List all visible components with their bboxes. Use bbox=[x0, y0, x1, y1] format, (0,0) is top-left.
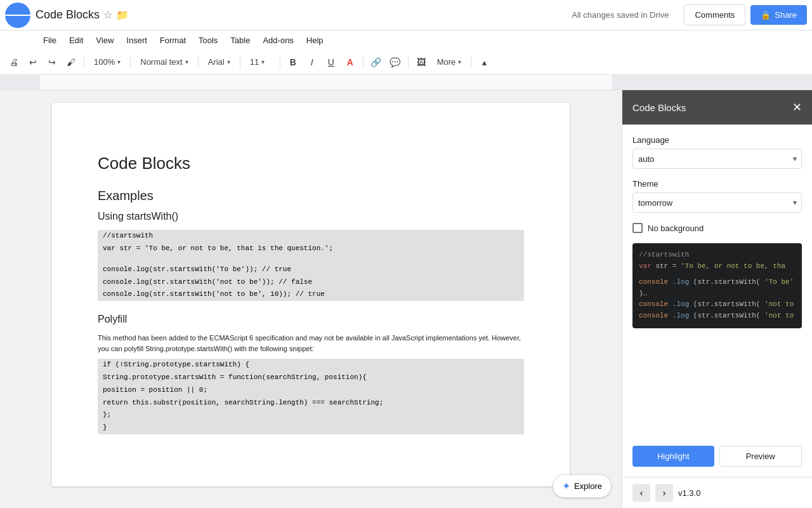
separator-5 bbox=[280, 56, 280, 69]
preview-equals: = bbox=[672, 262, 681, 270]
share-button[interactable]: 🔒 Share bbox=[750, 5, 807, 25]
more-label: More bbox=[437, 57, 456, 67]
doc-title-text: Code Blocks bbox=[36, 8, 100, 22]
preview-arg-3: 'not to bbox=[764, 312, 794, 319]
code-line-b5: }; bbox=[98, 409, 524, 422]
link-button[interactable]: 🔗 bbox=[367, 53, 385, 71]
separator-6 bbox=[363, 56, 363, 69]
preview-call-3: (str.startsWith( bbox=[693, 312, 761, 319]
lock-icon: 🔒 bbox=[761, 10, 771, 20]
no-background-checkbox[interactable] bbox=[632, 223, 643, 233]
comments-button[interactable]: Comments bbox=[684, 4, 745, 25]
preview-line-5: console .log (str.startsWith( 'not to bbox=[639, 299, 796, 311]
font-color-button[interactable]: A bbox=[341, 53, 359, 71]
menu-addons[interactable]: Add-ons bbox=[258, 33, 298, 48]
sidebar-body: Language auto javascript python java css… bbox=[622, 125, 812, 446]
top-bar: Code Blocks ☆ 📁 All changes saved in Dri… bbox=[0, 0, 812, 30]
separator-4 bbox=[240, 56, 240, 69]
code-preview: //startswith var str = 'To be, or not to… bbox=[632, 243, 802, 328]
underline-button[interactable]: U bbox=[322, 53, 340, 71]
code-line-b3: position = position || 0; bbox=[98, 384, 524, 397]
sidebar: Code Blocks ✕ Language auto javascript p… bbox=[622, 90, 812, 508]
nav-next-button[interactable]: › bbox=[655, 484, 673, 502]
highlight-button[interactable]: Highlight bbox=[632, 446, 714, 467]
preview-log-3: .log bbox=[672, 312, 689, 319]
preview-line-6: console .log (str.startsWith( 'not to bbox=[639, 311, 796, 322]
bold-button[interactable]: B bbox=[284, 53, 302, 71]
separator-3 bbox=[198, 56, 199, 69]
document-area: Code Blocks Examples Using startsWith() … bbox=[0, 90, 622, 508]
sidebar-close-button[interactable]: ✕ bbox=[792, 100, 802, 114]
folder-icon[interactable]: 📁 bbox=[116, 9, 129, 21]
image-button[interactable]: 🖼 bbox=[412, 53, 430, 71]
preview-string-1: 'To be, or not to be, tha bbox=[681, 262, 785, 270]
menu-tools[interactable]: Tools bbox=[193, 33, 223, 48]
font-select[interactable]: Arial ▾ bbox=[202, 53, 236, 71]
preview-var-name: str bbox=[655, 262, 668, 270]
menu-view[interactable]: View bbox=[91, 33, 119, 48]
toolbar: 🖨 ↩ ↪ 🖌 100% ▾ Normal text ▾ Arial ▾ 11 … bbox=[0, 50, 812, 75]
sidebar-actions: Highlight Preview bbox=[622, 446, 812, 477]
preview-arg-1: 'To be' bbox=[764, 278, 794, 286]
theme-select[interactable]: tomorrow default monokai github solarize… bbox=[632, 192, 802, 213]
theme-select-wrapper: tomorrow default monokai github solarize… bbox=[632, 192, 802, 213]
more-arrow: ▾ bbox=[458, 58, 461, 65]
collapse-toolbar-button[interactable]: ▴ bbox=[475, 53, 493, 71]
more-select[interactable]: More ▾ bbox=[431, 53, 468, 71]
style-value: Normal text bbox=[140, 57, 182, 67]
menu-file[interactable]: File bbox=[38, 33, 62, 48]
redo-button[interactable]: ↪ bbox=[43, 53, 61, 71]
undo-button[interactable]: ↩ bbox=[24, 53, 42, 71]
size-arrow: ▾ bbox=[261, 58, 265, 65]
hamburger-menu[interactable] bbox=[5, 3, 30, 28]
preview-keyword: var bbox=[639, 262, 652, 270]
font-value: Arial bbox=[208, 57, 225, 67]
menu-insert[interactable]: Insert bbox=[121, 33, 152, 48]
separator-1 bbox=[84, 56, 84, 69]
style-select[interactable]: Normal text ▾ bbox=[134, 53, 193, 71]
doc-title-area: Code Blocks ☆ 📁 bbox=[36, 8, 129, 22]
font-size-select[interactable]: 11 ▾ bbox=[244, 53, 276, 71]
preview-console-3: console bbox=[639, 312, 668, 319]
language-label: Language bbox=[632, 135, 802, 145]
comment-button[interactable]: 💬 bbox=[386, 53, 404, 71]
code-line-4: console.log(str.startsWith('To be')); //… bbox=[98, 264, 524, 276]
separator-7 bbox=[408, 56, 409, 69]
save-status: All changes saved in Drive bbox=[572, 10, 669, 20]
menu-edit[interactable]: Edit bbox=[64, 33, 88, 48]
doc-title-icons: ☆ 📁 bbox=[103, 9, 129, 21]
preview-button[interactable]: Preview bbox=[719, 446, 802, 467]
preview-line-1: //startswith bbox=[639, 250, 796, 261]
ruler-white-area bbox=[40, 75, 612, 90]
star-icon[interactable]: ☆ bbox=[103, 9, 112, 21]
document-page: Code Blocks Examples Using startsWith() … bbox=[52, 103, 570, 486]
ruler bbox=[0, 75, 812, 90]
style-arrow: ▾ bbox=[185, 58, 188, 65]
explore-star-icon: ✦ bbox=[562, 480, 570, 492]
zoom-select[interactable]: 100% ▾ bbox=[88, 53, 126, 71]
main-layout: Code Blocks Examples Using startsWith() … bbox=[0, 90, 812, 508]
examples-heading: Examples bbox=[98, 189, 524, 203]
no-background-row: No background bbox=[632, 223, 802, 233]
preview-empty-line bbox=[639, 272, 796, 277]
print-button[interactable]: 🖨 bbox=[5, 53, 23, 71]
menu-table[interactable]: Table bbox=[225, 33, 255, 48]
preview-comment: //startswith bbox=[639, 251, 689, 258]
explore-button[interactable]: ✦ Explore bbox=[553, 474, 612, 498]
menu-format[interactable]: Format bbox=[155, 33, 191, 48]
font-arrow: ▾ bbox=[227, 58, 230, 65]
nav-prev-button[interactable]: ‹ bbox=[632, 484, 650, 502]
separator-2 bbox=[130, 56, 131, 69]
language-select[interactable]: auto javascript python java css bbox=[632, 149, 802, 169]
language-select-wrapper: auto javascript python java css ▾ bbox=[632, 149, 802, 169]
polyfill-heading: Polyfill bbox=[98, 314, 524, 325]
preview-call-1: (str.startsWith( bbox=[693, 278, 761, 286]
preview-line-2: var str = 'To be, or not to be, tha bbox=[639, 261, 796, 272]
preview-line-4: console .log (str.startsWith( 'To be' )… bbox=[639, 277, 796, 299]
code-line-1: //startswith bbox=[98, 230, 524, 243]
paint-format-button[interactable]: 🖌 bbox=[62, 53, 80, 71]
italic-button[interactable]: I bbox=[303, 53, 321, 71]
menu-help[interactable]: Help bbox=[301, 33, 329, 48]
zoom-value: 100% bbox=[94, 57, 115, 67]
version-text: v1.3.0 bbox=[678, 488, 700, 498]
